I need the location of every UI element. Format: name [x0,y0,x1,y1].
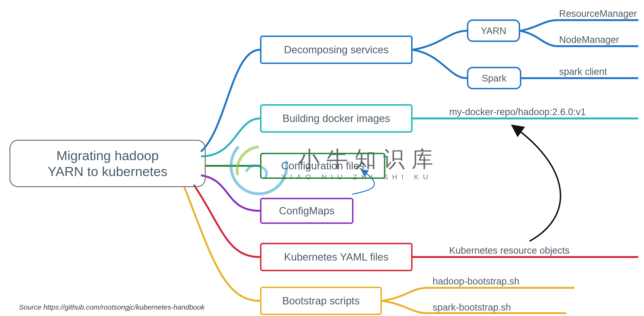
root-line2: YARN to kubernetes [48,164,168,179]
leaf-k8s-objects: Kubernetes resource objects [449,245,570,256]
leaf-docker-image: my-docker-repo/hadoop:2.6.0:v1 [449,107,586,117]
sub-spark: Spark [467,67,521,89]
sub-yarn: YARN [467,20,520,42]
branch-label: Decomposing services [284,44,389,56]
source-caption: Source https://github.com/rootsongjc/kub… [19,303,204,311]
branch-configmaps: ConfigMaps [260,198,354,224]
sub-label: YARN [481,25,506,37]
leaf-spark-sh: spark-bootstrap.sh [433,302,511,313]
branch-docker: Building docker images [260,104,412,133]
leaf-spark-client: spark client [559,66,607,77]
branch-yaml: Kubernetes YAML files [260,243,412,271]
branch-decomposing: Decomposing services [260,36,412,64]
branch-label: ConfigMaps [279,205,334,217]
leaf-resource-manager: ResourceManager [559,8,637,19]
branch-bootstrap: Bootstrap scripts [260,287,382,315]
branch-label: Kubernetes YAML files [284,251,389,263]
root-node: Migrating hadoop YARN to kubernetes [10,140,206,187]
branch-label: Bootstrap scripts [282,295,360,307]
leaf-node-manager: NodeManager [559,34,619,45]
branch-label: Configuration files [281,160,364,172]
branch-label: Building docker images [282,112,390,125]
leaf-hadoop-sh: hadoop-bootstrap.sh [433,276,520,287]
sub-label: Spark [482,72,507,84]
branch-config: Configuration files [260,153,385,179]
root-line1: Migrating hadoop [48,147,168,164]
